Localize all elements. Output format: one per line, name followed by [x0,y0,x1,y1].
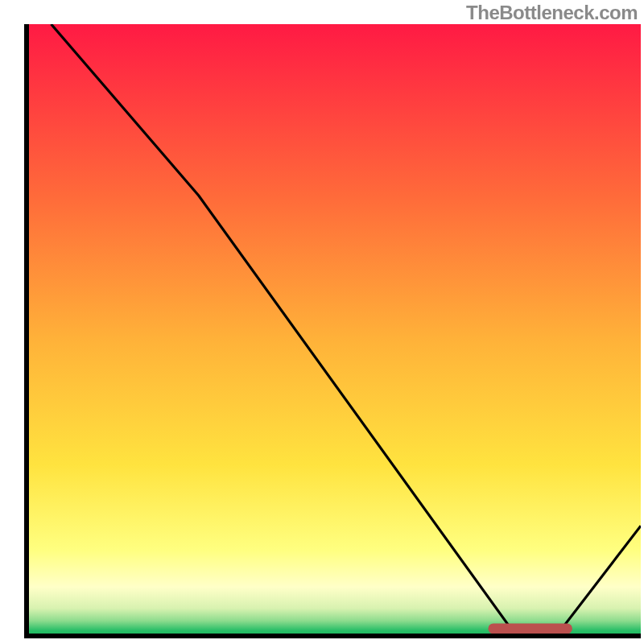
gradient-background [27,24,641,636]
bottleneck-chart [0,0,644,644]
